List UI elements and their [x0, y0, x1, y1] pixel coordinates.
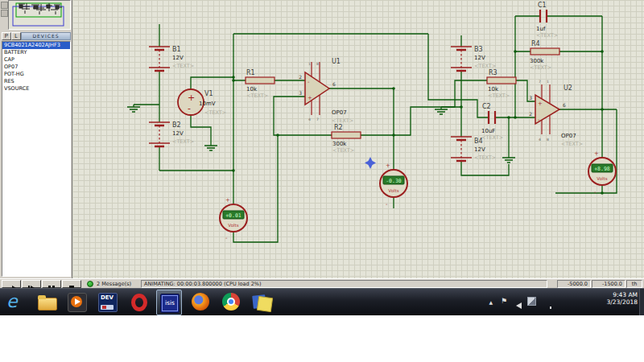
- component-battery-B1[interactable]: B1 12V <TEXT>: [149, 46, 194, 71]
- toolbar-icon[interactable]: [1, 2, 8, 9]
- svg-text:2: 2: [299, 74, 302, 80]
- svg-text:8: 8: [547, 138, 549, 142]
- component-capacitor-C1[interactable]: C1 1uf <TEXT>: [536, 2, 558, 39]
- svg-text:3: 3: [529, 95, 532, 101]
- sticky-notes-icon[interactable]: [253, 293, 272, 312]
- svg-text:12V: 12V: [474, 55, 485, 61]
- svg-text:1: 1: [308, 62, 311, 66]
- svg-text:Volts: Volts: [228, 223, 238, 228]
- svg-text:6: 6: [563, 102, 566, 108]
- firefox-icon[interactable]: [192, 293, 211, 312]
- windows-taskbar: e DEV isis: [0, 288, 644, 315]
- svg-text:U1: U1: [332, 58, 341, 65]
- device-item[interactable]: OP07: [2, 64, 70, 71]
- svg-text:R1: R1: [246, 69, 255, 76]
- schematic-overview[interactable]: [8, 0, 71, 30]
- show-desktop-button[interactable]: [639, 289, 644, 316]
- svg-text:<TEXT>: <TEXT>: [332, 147, 354, 154]
- component-battery-B2[interactable]: B2 12V <TEXT>: [149, 121, 194, 146]
- pick-devices-button[interactable]: P: [2, 32, 11, 40]
- taskbar-clock[interactable]: 9:43 AM 3/23/2018: [597, 291, 638, 306]
- svg-text:-0.30: -0.30: [386, 178, 402, 184]
- svg-text:+: +: [538, 101, 543, 107]
- svg-text:10uF: 10uF: [481, 128, 495, 134]
- message-icon[interactable]: [87, 281, 93, 287]
- internet-explorer-icon[interactable]: e: [6, 293, 26, 312]
- pause-button[interactable]: [42, 280, 61, 288]
- device-item[interactable]: CAP: [2, 56, 70, 64]
- blank-area: [0, 315, 644, 362]
- clock-date: 3/23/2018: [597, 298, 638, 306]
- message-count[interactable]: 2 Message(s): [97, 281, 131, 287]
- svg-text:<TEXT>: <TEXT>: [481, 134, 503, 141]
- sidebar: P L DEVICES 9CB4021A2402AJHF3 BATTERY CA…: [0, 0, 72, 278]
- svg-text:R4: R4: [531, 40, 540, 47]
- svg-text:7: 7: [539, 80, 541, 84]
- device-item-selected[interactable]: 9CB4021A2402AJHF3: [2, 42, 70, 49]
- svg-text:7: 7: [316, 117, 319, 121]
- svg-text:12V: 12V: [172, 130, 184, 137]
- component-resistor-R1[interactable]: R1 10k <TEXT>: [246, 69, 275, 99]
- schematic-canvas[interactable]: B1 12V <TEXT> B2 12V <TEXT>: [72, 0, 644, 278]
- device-item[interactable]: RES: [2, 78, 70, 85]
- svg-text:4: 4: [308, 117, 311, 121]
- svg-text:8: 8: [316, 62, 319, 66]
- svg-text:+: +: [594, 150, 599, 157]
- media-player-icon[interactable]: [68, 293, 87, 312]
- component-opamp-U1[interactable]: - + 2 3 6 1 8 4 7 U1 OP07 <TEXT>: [299, 58, 353, 124]
- svg-text:+: +: [188, 93, 195, 103]
- tray-expand-icon[interactable]: ▲: [489, 299, 493, 305]
- svg-text:-: -: [594, 189, 597, 195]
- simulation-status: ANIMATING: 00:00:03.800000 (CPU load 2%): [141, 280, 547, 288]
- toolbar-icon[interactable]: [1, 10, 8, 17]
- svg-text:+0.01: +0.01: [225, 212, 242, 219]
- component-resistor-R2[interactable]: R2 300k <TEXT>: [332, 124, 361, 154]
- svg-text:Volts: Volts: [597, 176, 607, 181]
- explorer-folder-icon[interactable]: [37, 293, 56, 312]
- component-battery-B3[interactable]: B3 12V <TEXT>: [451, 46, 496, 71]
- component-capacitor-C2[interactable]: C2 10uF <TEXT>: [481, 103, 503, 141]
- opera-icon[interactable]: [129, 293, 148, 312]
- coord-x: -5000.0: [557, 280, 591, 288]
- device-item[interactable]: VSOURCE: [2, 85, 70, 93]
- component-resistor-R3[interactable]: R3 10k <TEXT>: [487, 69, 516, 99]
- svg-text:+: +: [308, 95, 312, 101]
- stop-button[interactable]: [62, 280, 81, 288]
- svg-text:-: -: [188, 103, 191, 113]
- svg-text:1: 1: [547, 80, 549, 84]
- svg-text:<TEXT>: <TEXT>: [474, 63, 496, 69]
- svg-text:B1: B1: [172, 46, 181, 53]
- device-item[interactable]: BATTERY: [2, 49, 70, 56]
- power-icon[interactable]: [527, 297, 536, 306]
- dev-cpp-icon[interactable]: DEV: [98, 293, 118, 312]
- component-opamp-U2[interactable]: + - 3 2 6 7 1 4 8 U2 OP07 <TEXT>: [529, 80, 583, 147]
- svg-text:-: -: [386, 201, 388, 208]
- svg-text:10k: 10k: [488, 86, 499, 93]
- play-button[interactable]: [2, 280, 21, 288]
- step-button[interactable]: [22, 280, 41, 288]
- svg-text:1uf: 1uf: [536, 26, 546, 32]
- svg-text:<TEXT>: <TEXT>: [172, 138, 194, 145]
- svg-text:B3: B3: [474, 46, 483, 53]
- svg-text:10mV: 10mV: [199, 101, 216, 107]
- svg-text:<TEXT>: <TEXT>: [536, 32, 558, 39]
- svg-text:<TEXT>: <TEXT>: [172, 63, 194, 69]
- isis-taskbar-button-active[interactable]: isis: [156, 290, 182, 315]
- chrome-icon[interactable]: [222, 293, 242, 312]
- component-resistor-R4[interactable]: R4 300k <TEXT>: [530, 40, 559, 71]
- svg-text:R3: R3: [489, 69, 497, 76]
- svg-text:<TEXT>: <TEXT>: [332, 117, 353, 124]
- svg-text:+8.98: +8.98: [594, 166, 610, 172]
- svg-text:OP07: OP07: [561, 133, 576, 139]
- library-button[interactable]: L: [11, 32, 21, 40]
- component-vsource-V1[interactable]: + - V1 10mV <TEXT>: [178, 89, 226, 116]
- origin-marker: [365, 157, 376, 169]
- device-item[interactable]: POT-HG: [2, 71, 70, 78]
- left-toolbar[interactable]: [0, 0, 8, 31]
- action-center-icon[interactable]: ⚑: [501, 297, 507, 305]
- svg-text:<TEXT>: <TEXT>: [474, 154, 496, 161]
- svg-text:12V: 12V: [474, 146, 485, 153]
- svg-text:B2: B2: [172, 121, 181, 129]
- svg-text:Volts: Volts: [388, 188, 398, 193]
- svg-text:<TEXT>: <TEXT>: [561, 141, 583, 147]
